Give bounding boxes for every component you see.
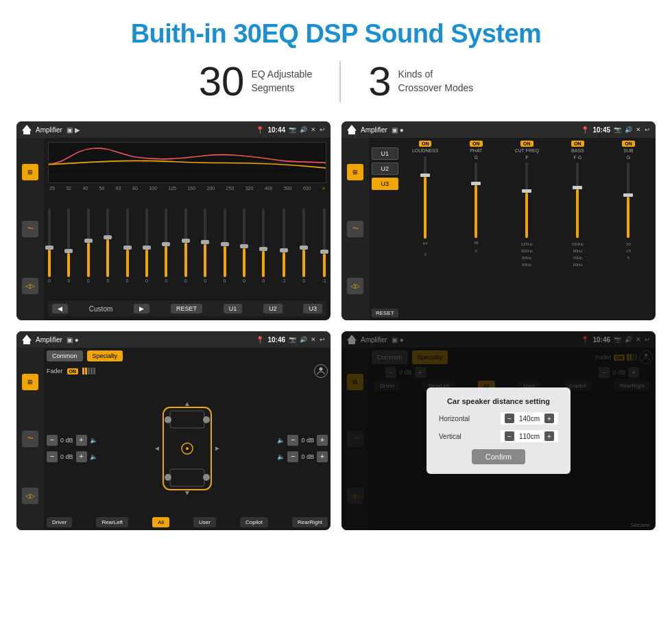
eq-content: ⊞ 〜 ◁▷ — [16, 138, 331, 320]
eq-camera-icon: 📷 — [289, 126, 296, 133]
svg-point-9 — [165, 416, 171, 423]
sp-copilot-btn[interactable]: Copilot — [240, 517, 268, 527]
vol-minus-rear-right[interactable]: − — [287, 451, 298, 462]
cross-u3-btn[interactable]: U3 — [372, 178, 398, 190]
home-icon[interactable] — [22, 125, 32, 134]
eq-wave-icon[interactable]: 〜 — [22, 221, 38, 237]
eq-status-right: 📍 10:44 📷 🔊 ✕ ↩ — [256, 126, 325, 134]
dialog-vertical-plus[interactable]: + — [544, 431, 554, 441]
speaker-wave-icon[interactable]: 〜 — [22, 431, 38, 447]
sp-rear-left-btn[interactable]: RearLeft — [96, 517, 128, 527]
eq-status-bar: Amplifier ▣ ▶ 📍 10:44 📷 🔊 ✕ ↩ — [16, 121, 331, 138]
speaker-fr-icon: 🔈 — [277, 437, 285, 444]
speaker-content: ⊞ 〜 ◁▷ Common Specialty Fader ON — [16, 348, 331, 530]
speaker-time: 10:46 — [267, 336, 285, 344]
eq-vol-icon[interactable]: ◁▷ — [22, 278, 38, 294]
cross-inner: U1 U2 U3 RESET ON LOUDNESS — [372, 141, 653, 318]
eq-slider-col: 0 — [67, 208, 70, 283]
speaker-back-icon: ↩ — [320, 336, 325, 343]
eq-u3-btn[interactable]: U3 — [303, 304, 322, 313]
cross-u1-btn[interactable]: U1 — [372, 147, 398, 160]
cutfreq-col: ON CUT FREQ F 125Hz 100Hz — [503, 141, 551, 318]
eq-preset-label: Custom — [89, 305, 112, 313]
eq-status-left: Amplifier ▣ ▶ — [22, 125, 80, 134]
eq-slider-col: 5 — [106, 208, 109, 283]
eq-main: 2532405063 80100125160200 25032040050063… — [44, 138, 331, 320]
specialty-btn[interactable]: Specialty — [87, 350, 123, 361]
speaker-status-left: Amplifier ▣ ● — [22, 335, 79, 344]
cross-time: 10:45 — [592, 126, 610, 134]
cutfreq-label: CUT FREQ — [515, 148, 540, 153]
sp-user-btn[interactable]: User — [193, 517, 216, 527]
sp-rear-right-btn[interactable]: RearRight — [292, 517, 328, 527]
eq-back-icon: ↩ — [320, 126, 325, 133]
dialog-vertical-label: Vertical — [439, 433, 483, 440]
vol-plus-rear-right[interactable]: + — [317, 451, 328, 462]
vol-plus-rear-left[interactable]: + — [76, 451, 87, 462]
speaker-camera-icon: 📷 — [289, 336, 296, 343]
dialog-horizontal-plus[interactable]: + — [544, 414, 554, 423]
eq-close-icon: ✕ — [311, 126, 316, 133]
eq-next-btn[interactable]: ▶ — [134, 304, 149, 313]
vol-plus-front-left[interactable]: + — [76, 435, 87, 446]
speaker-filter-icon[interactable]: ⊞ — [22, 374, 38, 390]
dialog-box: Car speaker distance setting Horizontal … — [427, 387, 571, 474]
eq-slider-col: -1 — [282, 208, 286, 283]
cross-reset-btn[interactable]: RESET — [372, 309, 398, 318]
fader-bars — [82, 368, 95, 374]
fader-row: Fader ON — [47, 364, 328, 378]
eq-prev-btn[interactable]: ◀ — [52, 304, 68, 313]
dialog-horizontal-value: 140cm — [517, 415, 542, 422]
vol-plus-front-right[interactable]: + — [317, 435, 328, 446]
bass-col: ON BASS F G 100Hz 90Hz 70 — [553, 141, 602, 318]
cross-volume-icon: 🔊 — [625, 126, 632, 133]
dialog-horizontal-minus[interactable]: − — [505, 414, 514, 423]
sub-col: ON SUB G 20 15 5 — [604, 141, 653, 318]
eq-filter-icon[interactable]: ⊞ — [22, 164, 38, 180]
person-icon — [314, 364, 328, 378]
dialog-vertical-control: − 110cm + — [501, 430, 558, 442]
cutfreq-on: ON — [520, 141, 533, 147]
vol-rear-left-label: 0 dB — [60, 453, 73, 460]
eq-reset-btn[interactable]: RESET — [171, 304, 202, 313]
fader-bar — [82, 368, 84, 374]
vol-minus-rear-left[interactable]: − — [47, 451, 58, 462]
speaker-rl-icon: 🔈 — [90, 453, 97, 460]
eq-screen: Amplifier ▣ ▶ 📍 10:44 📷 🔊 ✕ ↩ ⊞ 〜 ◁▷ — [16, 121, 331, 320]
eq-slider-track[interactable] — [48, 208, 51, 277]
speaker-rr-icon: 🔈 — [277, 453, 285, 460]
sp-all-btn[interactable]: All — [152, 517, 169, 527]
home-icon-cross[interactable] — [347, 125, 357, 134]
bass-on: ON — [571, 141, 584, 147]
speaker-sidebar: ⊞ 〜 ◁▷ — [16, 348, 44, 530]
eq-label: EQ AdjustableSegments — [251, 68, 312, 95]
crossover-screen: Amplifier ▣ ● 📍 10:45 📷 🔊 ✕ ↩ ⊞ 〜 ◁▷ — [341, 121, 656, 320]
fader-bar — [91, 368, 93, 374]
cross-sidebar: ⊞ 〜 ◁▷ — [341, 138, 369, 320]
confirm-button[interactable]: Confirm — [472, 449, 526, 464]
eq-slider-col: 0 — [262, 208, 265, 283]
eq-u1-btn[interactable]: U1 — [224, 304, 243, 313]
eq-slider-col: 0 — [243, 208, 245, 283]
fader-bar — [85, 368, 87, 374]
vol-minus-front-left[interactable]: − — [47, 435, 58, 446]
cross-icons: ▣ ● — [392, 126, 404, 134]
speaker-vol-icon[interactable]: ◁▷ — [22, 488, 38, 504]
vol-col-right: 🔈 − 0 dB + 🔈 − 0 dB + — [277, 382, 328, 514]
eq-app-title: Amplifier — [36, 126, 62, 134]
vol-minus-front-right[interactable]: − — [287, 435, 298, 446]
eq-u2-btn[interactable]: U2 — [263, 304, 283, 313]
cross-vol-icon[interactable]: ◁▷ — [347, 278, 363, 294]
speaker-status-right: 📍 10:46 📷 🔊 ✕ ↩ — [256, 336, 325, 344]
home-icon-speaker[interactable] — [22, 335, 32, 344]
cross-u2-btn[interactable]: U2 — [372, 163, 398, 175]
loudness-on: ON — [419, 141, 432, 147]
dialog-vertical-value: 110cm — [517, 433, 542, 440]
cross-filter-icon[interactable]: ⊞ — [347, 164, 363, 180]
sp-driver-btn[interactable]: Driver — [47, 517, 72, 527]
eq-slider-col: 0 — [204, 208, 206, 283]
phat-label: PHAT — [470, 148, 482, 153]
dialog-vertical-minus[interactable]: − — [505, 431, 514, 441]
cross-wave-icon[interactable]: 〜 — [347, 221, 363, 237]
common-btn[interactable]: Common — [47, 350, 83, 361]
